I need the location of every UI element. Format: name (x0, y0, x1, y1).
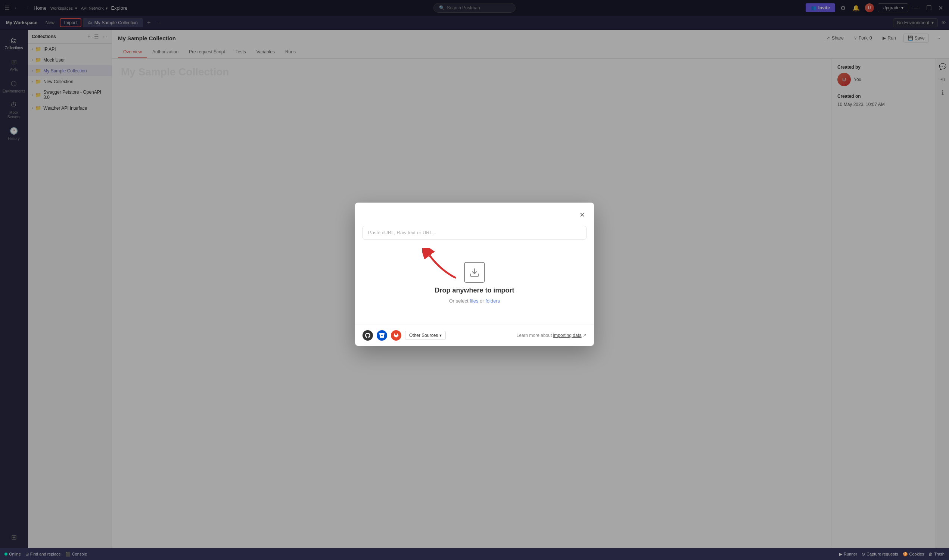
runner-button[interactable]: ▶ Runner (839, 552, 857, 557)
other-sources-label: Other Sources (409, 333, 438, 338)
online-label: Online (9, 552, 21, 556)
cookies-icon: 🍪 (903, 552, 908, 557)
modal-overlay[interactable]: ✕ (0, 0, 949, 548)
online-status[interactable]: Online (5, 552, 21, 556)
github-source-icon[interactable] (362, 330, 373, 341)
import-data-link[interactable]: importing data (553, 333, 582, 338)
capture-icon: ⊙ (862, 552, 865, 557)
cookies-button[interactable]: 🍪 Cookies (903, 552, 924, 557)
status-bar: Online ⊞ Find and replace ⬛ Console ▶ Ru… (0, 548, 949, 560)
status-bar-left: Online ⊞ Find and replace ⬛ Console (5, 552, 833, 557)
import-modal: ✕ (355, 203, 594, 346)
drop-icon (464, 262, 485, 283)
drop-files-link[interactable]: files (470, 298, 478, 304)
modal-drop-area: Drop anywhere to import Or select files … (362, 240, 587, 318)
modal-footer: Other Sources ▾ Learn more about importi… (355, 325, 594, 346)
other-sources-button[interactable]: Other Sources ▾ (405, 331, 446, 340)
modal-body: Drop anywhere to import Or select files … (355, 220, 594, 325)
import-input[interactable] (362, 226, 587, 240)
online-dot (5, 552, 8, 555)
modal-close-button[interactable]: ✕ (578, 210, 587, 220)
drop-subtitle: Or select files or folders (449, 298, 500, 304)
runner-icon: ▶ (839, 552, 842, 557)
modal-header: ✕ (355, 203, 594, 220)
console-button[interactable]: ⬛ Console (65, 552, 87, 557)
other-sources-chevron: ▾ (439, 333, 442, 338)
find-replace-icon: ⊞ (25, 552, 29, 557)
trash-icon: 🗑 (929, 552, 932, 556)
drop-title: Drop anywhere to import (434, 286, 514, 294)
gitlab-source-icon[interactable] (391, 330, 401, 341)
status-bar-right: ▶ Runner ⊙ Capture requests 🍪 Cookies 🗑 … (839, 552, 944, 557)
trash-button[interactable]: 🗑 Trash (929, 552, 944, 556)
find-replace-button[interactable]: ⊞ Find and replace (25, 552, 61, 557)
import-link-area: Learn more about importing data ↗ (517, 333, 587, 338)
capture-requests-button[interactable]: ⊙ Capture requests (862, 552, 898, 557)
console-icon: ⬛ (65, 552, 71, 557)
bitbucket-source-icon[interactable] (377, 330, 387, 341)
drop-folders-link[interactable]: folders (485, 298, 500, 304)
input-container (362, 226, 587, 240)
